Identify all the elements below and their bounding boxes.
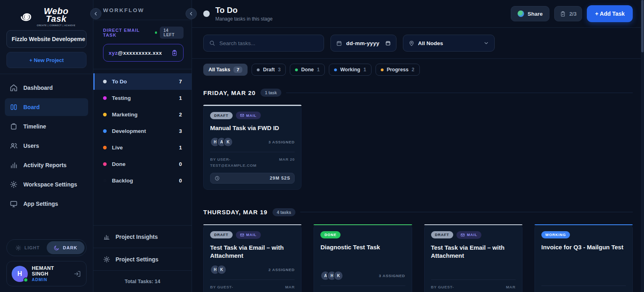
active-indicator-dot	[155, 31, 157, 34]
chip-count: 1	[317, 67, 320, 72]
mail-badge: MAIL	[236, 231, 261, 239]
task-date: MAR 19	[610, 290, 626, 292]
stage-item-marketing[interactable]: Marketing 2	[93, 106, 192, 123]
stage-item-todo[interactable]: To Do 7	[93, 73, 192, 90]
task-card[interactable]: DONE Diagnostic Test Task A H K 3 ASSIGN…	[314, 224, 412, 292]
envelope-icon	[240, 113, 244, 118]
quota-value: 2/3	[569, 11, 576, 17]
stage-item-live[interactable]: Live 1	[93, 139, 192, 156]
calendar-icon	[336, 40, 342, 46]
page-subtitle: Manage tasks in this stage	[215, 16, 272, 22]
nav-item-users[interactable]: Users	[5, 137, 88, 155]
section-header-friday: FRIDAY, MAR 20 1 task	[203, 89, 633, 97]
stage-item-done[interactable]: Done 0	[93, 156, 192, 172]
stage-color-dot	[103, 179, 107, 182]
stage-item-backlog[interactable]: Backlog 0	[93, 172, 192, 189]
status-badge: DRAFT	[431, 231, 454, 238]
date-picker-icon[interactable]	[385, 40, 391, 46]
chip-done[interactable]: Done 1	[290, 64, 325, 76]
nav-item-board[interactable]: Board	[5, 98, 88, 116]
nav-item-app-settings[interactable]: App Settings	[5, 195, 88, 213]
collapse-workflow-button[interactable]	[186, 8, 197, 19]
monitor-icon	[10, 200, 18, 208]
logout-icon[interactable]	[74, 270, 81, 278]
nodes-filter-dropdown[interactable]: All Nodes	[403, 35, 495, 52]
section-header-thursday: THURSDAY, MAR 19 4 tasks	[203, 208, 633, 216]
task-card[interactable]: WORKING Invoice for Q3 - Mailgun Test BY…	[535, 224, 633, 292]
search-box	[203, 35, 324, 52]
envelope-icon	[460, 233, 465, 237]
section-task-count-badge: 1 task	[260, 89, 281, 97]
new-project-button[interactable]: + New Project	[6, 52, 87, 68]
search-input[interactable]	[219, 40, 318, 46]
task-quota-badge[interactable]: 2/3	[554, 6, 582, 21]
assignee-avatars: H K	[210, 265, 227, 275]
date-value: dd-mm-yyyy	[346, 40, 380, 46]
left-sidebar: Webo Task CREATE | CONNECT | ACHIEVE Fiz…	[0, 0, 93, 292]
task-timer: 29M 52S	[210, 173, 295, 184]
moon-icon	[54, 245, 60, 251]
assigned-count: 2 ASSIGNED	[268, 267, 295, 272]
share-button[interactable]: Share	[511, 6, 550, 21]
status-badge: DRAFT	[210, 112, 233, 119]
user-role-badge: ADMIN	[32, 278, 70, 282]
clock-icon	[215, 176, 220, 181]
chip-all-tasks[interactable]: All Tasks 7	[203, 64, 248, 76]
task-date: MAR 19	[281, 284, 295, 292]
email-domain-part: @xxxxxxxxx.xxx	[118, 50, 162, 56]
nav-item-timeline[interactable]: Timeline	[5, 118, 88, 135]
theme-dark-button[interactable]: DARK	[47, 241, 85, 254]
task-author: BY	[320, 290, 326, 292]
vertical-scrollbar[interactable]	[641, 0, 644, 292]
theme-toggle: LIGHT DARK	[6, 239, 87, 256]
direct-email-address-field[interactable]: xyz @xxxxxxxxx.xxx	[103, 44, 184, 62]
timer-value: 29M 52S	[270, 176, 290, 180]
chip-working[interactable]: Working 1	[329, 64, 371, 76]
task-author: BY HEMANT SINGH	[541, 290, 582, 292]
nav-item-activity-reports[interactable]: Activity Reports	[5, 156, 88, 174]
main-panel: To Do Manage tasks in this stage Share 2…	[192, 0, 644, 292]
chip-progress[interactable]: Progress 2	[376, 64, 420, 76]
mail-badge: MAIL	[236, 112, 261, 119]
task-card[interactable]: DRAFT MAIL Test Task via Email – with At…	[424, 224, 522, 292]
section-task-count-badge: 4 tasks	[272, 208, 296, 216]
search-icon	[209, 40, 215, 46]
stage-item-development[interactable]: Development 3	[93, 123, 192, 139]
brand-logo: Webo Task CREATE | CONNECT | ACHIEVE	[6, 5, 87, 30]
date-filter[interactable]: dd-mm-yyyy	[330, 35, 396, 52]
chevron-down-icon	[483, 40, 489, 46]
chip-draft[interactable]: Draft 3	[252, 64, 286, 76]
add-task-button[interactable]: + Add Task	[587, 5, 633, 22]
task-title: Invoice for Q3 - Mailgun Test	[541, 243, 626, 251]
user-card[interactable]: H HEMANT SINGH ADMIN	[6, 261, 87, 286]
workflow-title: WORKFLOW	[93, 7, 192, 20]
card-accent-bar	[424, 224, 522, 226]
brand-tagline: CREATE | CONNECT | ACHIEVE	[37, 25, 75, 26]
card-accent-bar	[314, 224, 412, 226]
total-tasks-label: Total Tasks: 14	[93, 270, 192, 292]
status-badge: DRAFT	[210, 231, 233, 238]
collapse-sidebar-button[interactable]	[90, 8, 101, 19]
nav-label: Dashboard	[23, 85, 53, 91]
assigned-count: 3 ASSIGNED	[268, 140, 295, 144]
bar-chart-icon	[103, 233, 110, 240]
stage-count: 7	[179, 79, 182, 85]
project-insights-button[interactable]: Project Insights	[93, 225, 192, 248]
stage-count: 1	[179, 145, 182, 151]
nav-item-workspace-settings[interactable]: Workspace Settings	[5, 176, 88, 193]
chip-count: 7	[233, 66, 242, 73]
task-card[interactable]: DRAFT MAIL Test Task via Email – with At…	[203, 224, 301, 292]
theme-light-button[interactable]: LIGHT	[8, 241, 47, 254]
assignee-avatars: H A K	[210, 137, 233, 147]
scrollbar-thumb[interactable]	[641, 0, 644, 52]
copy-to-clipboard-icon[interactable]	[171, 50, 178, 56]
stage-item-testing[interactable]: Testing 1	[93, 90, 192, 106]
project-settings-button[interactable]: Project Settings	[93, 248, 192, 270]
clipboard-check-icon	[560, 11, 566, 17]
task-card[interactable]: DRAFT MAIL Manual Task via FWD ID H A K	[203, 105, 301, 190]
task-board-content: FRIDAY, MAR 20 1 task DRAFT MAIL Manual …	[192, 81, 644, 292]
project-selector[interactable]: Fizzlo Website Developeme	[6, 30, 87, 48]
avatar: K	[217, 265, 227, 275]
nav-item-dashboard[interactable]: Dashboard	[5, 79, 88, 97]
stage-color-dot	[103, 113, 107, 116]
